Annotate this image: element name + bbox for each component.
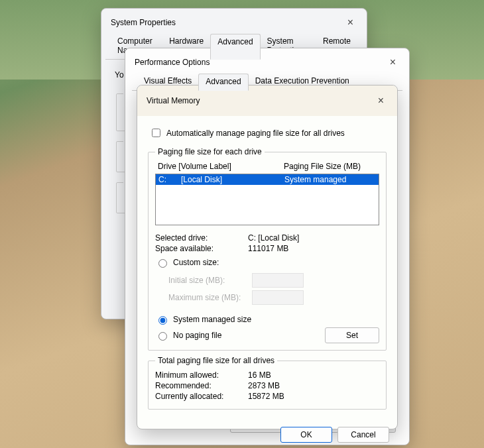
initial-size-label: Initial size (MB): <box>168 276 247 285</box>
set-button[interactable]: Set <box>325 327 379 343</box>
col-drive-header: Drive [Volume Label] <box>158 162 284 171</box>
drive-list-row[interactable]: C: [Local Disk] System managed <box>156 174 379 185</box>
selected-drive-label: Selected drive: <box>155 233 248 243</box>
custom-size-label: Custom size: <box>173 258 219 267</box>
recommended-value: 2873 MB <box>248 381 280 390</box>
current-alloc-value: 15872 MB <box>248 392 284 401</box>
system-managed-radio[interactable]: System managed size <box>155 314 251 325</box>
drive-letter: C: <box>158 175 181 184</box>
performance-options-title: Performance Options <box>135 58 210 67</box>
custom-size-radio-input[interactable] <box>158 259 167 268</box>
custom-size-radio[interactable]: Custom size: <box>155 257 219 268</box>
virtual-memory-title: Virtual Memory <box>147 96 200 105</box>
system-properties-title: System Properties <box>111 18 176 27</box>
col-pfs-header: Paging File Size (MB) <box>284 162 361 171</box>
auto-manage-checkbox-input[interactable] <box>152 129 160 137</box>
space-available-value: 111017 MB <box>248 244 288 253</box>
space-available-label: Space available: <box>155 244 248 253</box>
auto-manage-label: Automatically manage paging file size fo… <box>166 129 345 138</box>
vm-ok-button[interactable]: OK <box>280 427 332 443</box>
no-paging-radio-input[interactable] <box>158 332 167 341</box>
drive-listbox[interactable]: C: [Local Disk] System managed <box>155 174 379 225</box>
maximum-size-label: Maximum size (MB): <box>168 293 247 302</box>
vm-cancel-button[interactable]: Cancel <box>337 427 389 443</box>
drive-label: [Local Disk] <box>181 175 284 184</box>
maximum-size-input <box>252 290 304 305</box>
close-icon[interactable]: × <box>342 14 359 31</box>
selected-drive-value: C: [Local Disk] <box>248 233 299 243</box>
tab-perf-advanced[interactable]: Advanced <box>198 74 248 91</box>
min-allowed-value: 16 MB <box>248 370 271 380</box>
no-paging-label: No paging file <box>173 331 221 340</box>
close-icon[interactable]: × <box>385 54 401 71</box>
drive-pfs: System managed <box>284 175 346 184</box>
current-alloc-label: Currently allocated: <box>155 392 248 401</box>
initial-size-input <box>252 273 304 288</box>
auto-manage-checkbox[interactable]: Automatically manage paging file size fo… <box>149 127 345 139</box>
system-managed-label: System managed size <box>173 315 251 324</box>
each-drive-group: Paging file size for each drive Drive [V… <box>148 147 387 351</box>
tab-advanced[interactable]: Advanced <box>210 34 260 60</box>
close-icon[interactable]: × <box>373 92 389 109</box>
total-group: Total paging file size for all drives Mi… <box>148 356 387 410</box>
recommended-label: Recommended: <box>155 381 248 390</box>
no-paging-radio[interactable]: No paging file <box>155 330 221 341</box>
each-drive-legend: Paging file size for each drive <box>155 147 265 156</box>
system-managed-radio-input[interactable] <box>158 316 167 325</box>
min-allowed-label: Minimum allowed: <box>155 370 248 380</box>
total-legend: Total paging file size for all drives <box>155 356 277 365</box>
virtual-memory-dialog: Virtual Memory × Automatically manage pa… <box>137 85 398 429</box>
